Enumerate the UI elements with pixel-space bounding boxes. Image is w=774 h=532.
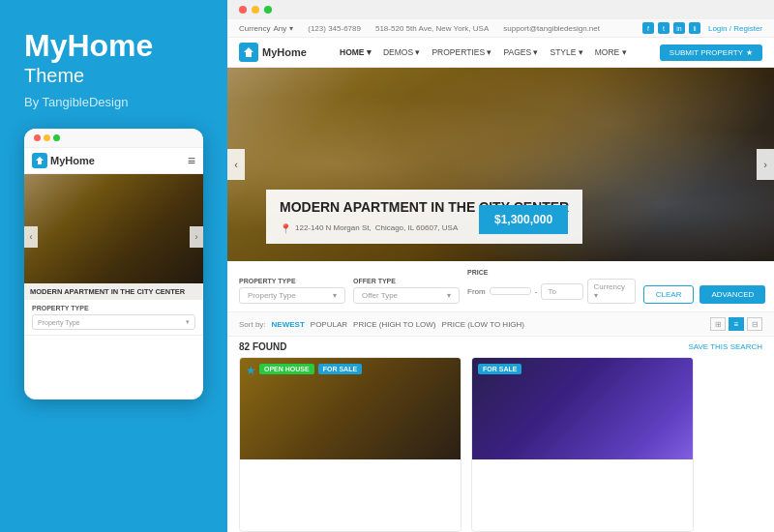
nav-pages[interactable]: PAGES ▾: [503, 47, 538, 57]
property-type-select[interactable]: Property Type ▾: [239, 287, 345, 304]
brand-title: MyHome: [24, 29, 203, 63]
site-topbar-left: Currency Any ▾ (123) 345-6789 518-520 5t…: [239, 24, 600, 33]
site-topbar: Currency Any ▾ (123) 345-6789 518-520 5t…: [227, 19, 774, 38]
nav-home[interactable]: HOME ▾: [340, 47, 372, 57]
property-card: ★ OPEN HOUSE FOR SALE: [239, 357, 461, 532]
twitter-icon[interactable]: t: [658, 22, 670, 34]
site-logo-text: MyHome: [262, 46, 307, 58]
sort-newest[interactable]: NEWEST: [272, 320, 305, 329]
currency-label: Currency: [239, 24, 270, 33]
sort-price-high[interactable]: PRICE (HIGH TO LOW): [353, 320, 436, 329]
badge-for-sale: FOR SALE: [318, 364, 362, 374]
badge-open-house: OPEN HOUSE: [259, 364, 314, 374]
pin-icon: 📍: [280, 223, 291, 234]
hero-next-button[interactable]: ›: [757, 149, 774, 180]
price-dash: -: [535, 287, 538, 296]
mobile-prop-type-placeholder: Property Type: [38, 319, 79, 326]
grid-view-icon[interactable]: ⊞: [710, 317, 726, 331]
currency-down-icon: ▾: [594, 291, 598, 300]
mobile-prop-type-input[interactable]: Property Type ▾: [32, 314, 195, 330]
mobile-hero-image: [24, 174, 203, 300]
mobile-top-bar: [24, 129, 203, 148]
hero-prev-button[interactable]: ‹: [227, 149, 245, 180]
list-view-icon[interactable]: ≡: [729, 317, 744, 331]
cards-row: ★ OPEN HOUSE FOR SALE FOR SALE: [227, 357, 774, 532]
mobile-hero-caption: MODERN APARTMENT IN THE CITY CENTER: [24, 283, 203, 300]
mobile-hamburger-icon[interactable]: ≡: [188, 153, 195, 168]
topbar-address: 518-520 5th Ave, New York, USA: [375, 24, 489, 33]
site-nav: MyHome HOME ▾ DEMOS ▾ PROPERTIES ▾ PAGES…: [227, 38, 774, 68]
offer-type-select[interactable]: Offer Type ▾: [353, 287, 460, 304]
offer-type-label: OFFER TYPE: [353, 278, 460, 284]
mobile-caption-title: MODERN APARTMENT IN THE CITY CENTER: [30, 287, 197, 296]
sort-area: Sort by: NEWEST POPULAR PRICE (HIGH TO L…: [239, 320, 524, 329]
site-logo: MyHome: [239, 43, 307, 62]
right-panel: Currency Any ▾ (123) 345-6789 518-520 5t…: [227, 0, 774, 532]
property-type-value: Property Type: [248, 291, 296, 300]
price-range: From - To Currency ▾: [467, 279, 636, 304]
desktop-dot-green: [264, 6, 272, 14]
instagram-icon[interactable]: in: [673, 22, 685, 34]
mobile-nav: MyHome ≡: [24, 148, 203, 174]
brand-subtitle: Theme: [24, 65, 203, 87]
price-label: PRICE: [467, 269, 636, 276]
currency-option: Currency: [594, 282, 625, 291]
mobile-dot-green: [53, 134, 60, 141]
sort-popular[interactable]: POPULAR: [311, 320, 347, 329]
linkedin-icon[interactable]: li: [689, 22, 700, 34]
search-bar-top: PROPERTY TYPE Property Type ▾ OFFER TYPE…: [239, 269, 765, 304]
price-group: PRICE From - To Currency ▾: [467, 269, 636, 304]
mobile-prev-button[interactable]: ‹: [24, 226, 38, 248]
sort-price-low[interactable]: PRICE (LOW TO HIGH): [442, 320, 525, 329]
mobile-hero: ‹ › MODERN APARTMENT IN THE CITY CENTER: [24, 174, 203, 300]
mobile-property-type-section: PROPERTY TYPE Property Type ▾: [24, 300, 203, 336]
login-link[interactable]: Login / Register: [708, 24, 762, 33]
desktop-mockup: Currency Any ▾ (123) 345-6789 518-520 5t…: [227, 0, 774, 532]
card-image-1: ★ OPEN HOUSE FOR SALE: [240, 358, 461, 459]
site-topbar-right: f t in li Login / Register: [642, 22, 762, 34]
currency-selector[interactable]: Currency Any ▾: [239, 24, 293, 33]
badge-for-sale-2: FOR SALE: [478, 364, 521, 374]
search-bar: PROPERTY TYPE Property Type ▾ OFFER TYPE…: [227, 261, 774, 312]
mobile-logo-text: MyHome: [50, 155, 95, 166]
mobile-logo: MyHome: [32, 153, 95, 168]
clear-button[interactable]: CLEAR: [643, 285, 695, 304]
currency-dropdown[interactable]: Currency ▾: [587, 279, 636, 304]
desktop-dot-red: [239, 6, 247, 14]
nav-links: HOME ▾ DEMOS ▾ PROPERTIES ▾ PAGES ▾ STYL…: [340, 47, 627, 57]
view-icons: ⊞ ≡ ⊟: [710, 317, 762, 331]
submit-property-button[interactable]: SUBMIT PROPERTY ★: [660, 44, 762, 61]
save-search-link[interactable]: SAVE THIS SEARCH: [688, 342, 762, 351]
submit-star-icon: ★: [746, 48, 753, 57]
price-to-input[interactable]: To: [541, 283, 582, 300]
results-count: 82 FOUND: [239, 341, 286, 352]
offer-type-group: OFFER TYPE Offer Type ▾: [353, 278, 460, 304]
results-count-row: 82 FOUND SAVE THIS SEARCH: [227, 337, 774, 357]
nav-properties[interactable]: PROPERTIES ▾: [432, 47, 491, 57]
offer-type-value: Offer Type: [362, 291, 398, 300]
price-from-input[interactable]: [490, 287, 531, 295]
hero-address-line1: 122-140 N Morgan St,: [295, 223, 372, 232]
nav-demos[interactable]: DEMOS ▾: [383, 47, 421, 57]
mobile-mockup: MyHome ≡ ‹ › MODERN APARTMENT IN THE CIT…: [24, 129, 203, 399]
nav-style[interactable]: STYLE ▾: [550, 47, 582, 57]
price-to-label: To: [548, 287, 555, 296]
hero-price-button[interactable]: $1,300,000: [479, 205, 568, 234]
mobile-prop-type-label: PROPERTY TYPE: [32, 305, 195, 311]
card-badges: OPEN HOUSE FOR SALE: [259, 364, 362, 374]
mobile-next-button[interactable]: ›: [190, 226, 203, 248]
map-view-icon[interactable]: ⊟: [747, 317, 762, 331]
mobile-prop-type-arrow: ▾: [186, 318, 190, 326]
card-star-icon: ★: [246, 364, 256, 377]
card-badges-2: FOR SALE: [478, 364, 521, 374]
currency-value: Any: [273, 24, 286, 33]
site-logo-icon: [239, 43, 258, 62]
facebook-icon[interactable]: f: [642, 22, 654, 34]
nav-more[interactable]: MORE ▾: [595, 47, 627, 57]
results-bar: Sort by: NEWEST POPULAR PRICE (HIGH TO L…: [227, 312, 774, 337]
property-type-label: PROPERTY TYPE: [239, 278, 345, 284]
advanced-button[interactable]: ADVANCED: [700, 285, 765, 304]
hero-price: $1,300,000: [494, 213, 552, 226]
property-type-arrow: ▾: [333, 291, 337, 300]
social-icons: f t in li: [642, 22, 700, 34]
